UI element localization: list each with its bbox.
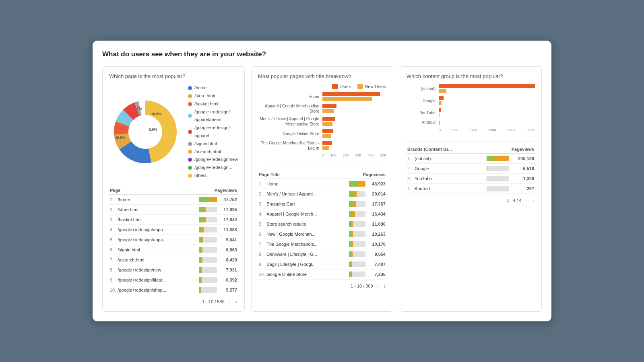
card-title: What do users see when they are in your … <box>102 50 542 58</box>
table-row: 10. /google+redesign/shop... 5,577 <box>109 285 238 295</box>
donut-legend: /home /store.html /basket.html /google+r… <box>188 84 238 180</box>
table-row: 8. /google+redesign/new 7,931 <box>109 265 238 275</box>
panel2-col2: Pageviews <box>348 171 386 179</box>
panel2-prev-btn[interactable]: ‹ <box>376 283 380 289</box>
panel3-title: Which content group is the most popular? <box>407 73 535 79</box>
panel1-title: Which page is the most popular? <box>109 73 238 79</box>
table-row: 8. Drinkware | Lifestyle | G... 9,554 <box>258 249 386 259</box>
table-row: 6. New | Google Merchan... 10,263 <box>258 229 386 239</box>
svg-point-7 <box>128 115 162 149</box>
table-row: 1. (not set) 248,126 <box>407 154 535 164</box>
panel-popular-page: Which page is the most popular? <box>102 66 245 312</box>
panel3-chart: (not set) Google YouTube <box>407 84 535 135</box>
table-row: 3. Shopping Cart 17,367 <box>258 199 386 209</box>
table-row: 3. YouTube 1,326 <box>407 174 535 184</box>
panel3-col1: Brands (Content Gr... <box>407 145 486 154</box>
table-row: 4. /google+redesign/appa... 11,583 <box>109 224 238 234</box>
panel3-prev-btn[interactable]: ‹ <box>525 197 528 204</box>
table-row: 7. The Google Merchandis... 10,170 <box>258 239 386 249</box>
table-row: 2. /store.html 17,835 <box>109 204 238 214</box>
panel2-chart: Users New Users Home Apparel | Google Me… <box>258 84 386 160</box>
table-row: 10. Google Online Store 7,235 <box>258 269 386 280</box>
panels-container: Which page is the most popular? <box>102 66 542 312</box>
panel1-table: Page Pageviews 1. /home 47,752 2. /store… <box>109 186 238 295</box>
table-row: 5. /google+redesign/appa... 9,641 <box>109 234 238 245</box>
panel2-table: Page Title Pageviews 1. Home 43,923 2. M… <box>258 171 386 280</box>
panel1-pagination: 1 - 10 / 589 ‹ › <box>109 298 238 305</box>
table-row: 3. /basket.html 17,642 <box>109 214 238 224</box>
table-row: 1. /home 47,752 <box>109 194 238 204</box>
panel-content-group: Which content group is the most popular?… <box>400 66 542 312</box>
panel2-next-btn[interactable]: › <box>383 283 386 289</box>
table-row: 4. Android 297 <box>407 184 535 194</box>
panel1-prev-btn[interactable]: ‹ <box>228 298 231 305</box>
donut-chart: 18.6% 7% 46.9% 6.9% <box>109 96 182 168</box>
table-row: 2. Men's / Unisex | Appare... 20,014 <box>258 189 386 199</box>
table-row: 2. Google 6,516 <box>407 164 535 174</box>
table-row: 9. Bags | Lifestyle | Googl... 7,407 <box>258 259 386 269</box>
panel1-next-btn[interactable]: › <box>234 298 238 305</box>
donut-area: 18.6% 7% 46.9% 6.9% /home /store.html /b… <box>109 84 238 180</box>
table-row: 9. /google+redesign/lifest... 6,392 <box>109 275 238 285</box>
panel3-table: Brands (Content Gr... Pageviews 1. (not … <box>407 145 535 194</box>
table-row: 6. /signin.html 8,863 <box>109 245 238 255</box>
table-row: 1. Home 43,923 <box>258 179 386 189</box>
table-row: 7. /asearch.html 8,429 <box>109 255 238 265</box>
panel2-axis: 010K20K30K40K50K <box>322 153 386 157</box>
panel3-pagination: 1 - 4 / 4 ‹ › <box>407 197 535 204</box>
panel2-legend: Users New Users <box>258 84 386 89</box>
panel3-col2: Pageviews <box>486 145 535 154</box>
panel3-axis: 050K100K150K200K250K <box>439 128 535 132</box>
table-row: 5. Store search results 11,096 <box>258 219 386 229</box>
panel2-pagination: 1 - 10 / 909 ‹ › <box>258 283 386 289</box>
panel1-col2: Pageviews <box>198 186 238 195</box>
panel-title-breakdown: Most popular pages with title breakdown … <box>251 66 393 312</box>
legend-others: others <box>194 172 207 180</box>
panel2-col1: Page Title <box>258 171 348 179</box>
youtube-label: YouTube <box>407 111 439 115</box>
panel3-next-btn[interactable]: › <box>531 197 535 204</box>
table-row: 4. Apparel | Google Merch... 16,434 <box>258 209 386 219</box>
panel2-title: Most popular pages with title breakdown <box>258 73 386 79</box>
main-card: What do users see when they are in your … <box>93 41 551 321</box>
panel1-col1: Page <box>109 186 198 195</box>
